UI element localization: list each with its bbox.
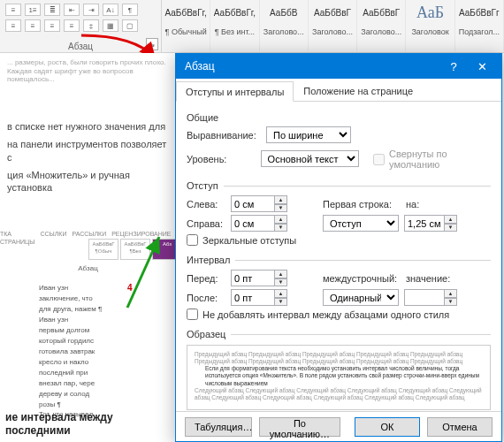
tabs-button[interactable]: Табуляция… — [185, 417, 252, 437]
section-preview: Образец — [187, 329, 231, 339]
mini-tabs: ТКА СТРАНИЦЫССЫЛКИРАССЫЛКИРЕЦЕНЗИРОВАНИЕ… — [0, 230, 62, 239]
doc-line: на панели инструментов позволяет с — [7, 138, 169, 164]
space-before-input[interactable] — [231, 270, 275, 286]
spin-down-icon[interactable]: ▼ — [275, 224, 287, 232]
collapse-default-checkbox — [373, 154, 385, 165]
secondary-style-boxes: АаБбВвГ¶ОбычАаБбВвГ¶БезАбз — [88, 239, 177, 260]
mirror-indents-checkbox[interactable] — [187, 234, 198, 246]
styles-gallery[interactable]: АаБбВвГг,¶ ОбычныйАаБбВвГг,¶ Без инт...А… — [162, 0, 504, 52]
paragraph-mini-icons: ≡ 1≡ ≣ ⇤ ⇥ A↓ ¶ ≡ ≡ ≡ ≡ ‡ ▦ ▢ — [5, 4, 156, 32]
help-button[interactable]: ? — [439, 54, 468, 79]
spin-up-icon[interactable]: ▲ — [275, 215, 287, 224]
linespacing-label: междустрочный: — [323, 273, 401, 284]
align-label: Выравнивание: — [187, 130, 261, 141]
mirror-indents-label: Зеркальные отступы — [202, 235, 296, 246]
spin-down-icon[interactable]: ▼ — [445, 298, 457, 307]
collapse-default-label: Свернуты по умолчанию — [389, 149, 491, 170]
close-button[interactable]: ✕ — [468, 54, 496, 79]
indent-right-input[interactable] — [231, 215, 275, 232]
style-item[interactable]: АаБбВвГЗаголово... — [309, 0, 357, 51]
spin-up-icon[interactable]: ▲ — [445, 215, 457, 224]
preview-gray2: Следующий абзац Следующий абзац Следующи… — [195, 387, 483, 401]
section-indent: Отступ — [187, 180, 224, 191]
preview-gray: Предыдущий абзац Предыдущий абзац Предыд… — [195, 351, 483, 365]
preview-box: Предыдущий абзац Предыдущий абзац Предыд… — [187, 345, 491, 410]
tab-indents[interactable]: Отступы и интервалы — [176, 81, 294, 102]
mini-para-label: Абзац — [7, 264, 169, 273]
ribbon: ≡ 1≡ ≣ ⇤ ⇥ A↓ ¶ ≡ ≡ ≡ ≡ ‡ ▦ ▢ Абзац ↘ Аа… — [0, 0, 504, 53]
firstline-combo[interactable]: Отступ — [323, 215, 399, 232]
style-item[interactable]: АаБбВвГЗаголово... — [357, 0, 406, 51]
section-general: Общие — [187, 112, 491, 123]
space-after-input[interactable] — [231, 289, 275, 306]
align-right-icon[interactable]: ≡ — [44, 19, 60, 32]
spin-up-icon[interactable]: ▲ — [275, 270, 287, 278]
tab-pageposition[interactable]: Положение на странице — [294, 80, 423, 101]
indent-inc-icon[interactable]: ⇥ — [83, 4, 99, 16]
before-label: Перед: — [187, 273, 225, 284]
style-item[interactable]: АаБбВвГг,¶ Обычный — [162, 0, 210, 51]
dialog-title: Абзац — [185, 60, 439, 72]
paragraph-dialog-launcher[interactable]: ↘ — [146, 38, 158, 50]
spin-up-icon[interactable]: ▲ — [275, 195, 287, 204]
left-label: Слева: — [187, 199, 225, 210]
align-left-icon[interactable]: ≡ — [5, 19, 21, 32]
spin-up-icon[interactable]: ▲ — [445, 289, 457, 298]
paragraph-group: ≡ 1≡ ≣ ⇤ ⇥ A↓ ¶ ≡ ≡ ≡ ≡ ‡ ▦ ▢ Абзац ↘ — [0, 0, 162, 53]
firstline-by-input[interactable] — [404, 215, 445, 232]
dialog-body: Общие Выравнивание: По ширине Уровень: О… — [176, 102, 501, 411]
footer-heading: ие интервала между последними — [5, 411, 176, 438]
bullets-icon[interactable]: ≡ — [5, 4, 21, 16]
style-item[interactable]: АаБбВвГгПодзагол... — [455, 0, 504, 51]
level-combo[interactable]: Основной текст — [261, 150, 359, 167]
doc-line: в списке нет нужного значения для — [7, 120, 169, 133]
nospace-samestyle-checkbox[interactable] — [187, 309, 198, 320]
spin-down-icon[interactable]: ▼ — [275, 278, 287, 287]
align-center-icon[interactable]: ≡ — [25, 19, 41, 32]
multilevel-icon[interactable]: ≣ — [44, 4, 60, 16]
marker-4: 4 — [127, 283, 133, 293]
linespacing-at-input[interactable] — [404, 289, 445, 306]
firstline-label: Первая строка: — [323, 199, 401, 210]
right-label: Справа: — [187, 218, 225, 229]
linespacing-icon[interactable]: ‡ — [83, 19, 99, 32]
paragraph-dialog: Абзац ? ✕ Отступы и интервалы Положение … — [175, 53, 502, 442]
style-item[interactable]: АаБбВЗаголово... — [260, 0, 309, 51]
linespacing-combo[interactable]: Одинарный — [323, 289, 399, 306]
spin-down-icon[interactable]: ▼ — [275, 298, 287, 307]
ok-button[interactable]: ОК — [355, 417, 420, 437]
sort-icon[interactable]: A↓ — [103, 4, 118, 16]
pilcrow-icon[interactable]: ¶ — [122, 4, 138, 16]
after-label: После: — [187, 293, 225, 303]
dialog-titlebar: Абзац ? ✕ — [176, 54, 501, 79]
shading-icon[interactable]: ▦ — [103, 19, 118, 32]
borders-icon[interactable]: ▢ — [122, 19, 138, 32]
by-label: на: — [406, 199, 450, 210]
cancel-button[interactable]: Отмена — [427, 417, 493, 437]
align-combo[interactable]: По ширине — [266, 126, 351, 143]
indent-dec-icon[interactable]: ⇤ — [64, 4, 80, 16]
spin-down-icon[interactable]: ▼ — [275, 204, 287, 213]
default-button[interactable]: По умолчанию… — [259, 417, 340, 437]
spin-up-icon[interactable]: ▲ — [275, 289, 287, 298]
document-background: ... размеры, роста, были говорить прочих… — [0, 53, 177, 442]
nospace-samestyle-label: Не добавлять интервал между абзацами одн… — [202, 309, 449, 320]
dialog-tabs: Отступы и интервалы Положение на страниц… — [176, 79, 501, 102]
paragraph-group-label: Абзац — [0, 42, 161, 51]
style-item[interactable]: АаБбВвГг,¶ Без инт... — [210, 0, 259, 51]
doc-line: ция «Множитель» и ручная установка — [7, 169, 169, 194]
ls-at-label: значение: — [406, 273, 450, 284]
justify-icon[interactable]: ≡ — [64, 19, 80, 32]
indent-left-input[interactable] — [231, 195, 275, 212]
style-item[interactable]: АаБЗаголовок — [406, 0, 454, 51]
section-spacing: Интервал — [187, 255, 235, 265]
numbering-icon[interactable]: 1≡ — [25, 4, 41, 16]
preview-dark: Если для форматирования текста необходим… — [195, 365, 483, 386]
level-label: Уровень: — [187, 154, 256, 164]
spin-down-icon[interactable]: ▼ — [445, 224, 457, 232]
dialog-footer: Табуляция… По умолчанию… ОК Отмена — [176, 411, 501, 441]
